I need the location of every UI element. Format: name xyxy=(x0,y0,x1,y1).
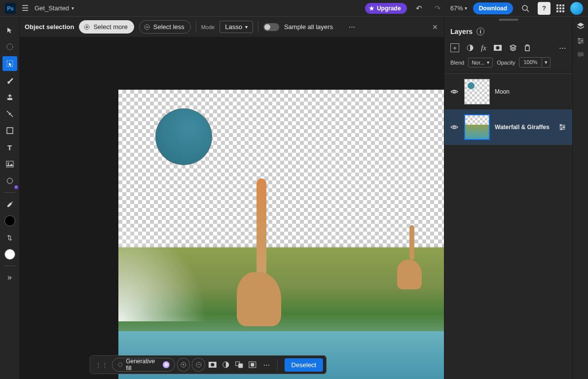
foreground-color[interactable] xyxy=(4,215,15,226)
blend-mode-select[interactable]: Nor... ▾ xyxy=(468,58,493,68)
panel-grip[interactable] xyxy=(499,19,518,21)
chevron-down-icon: ▾ xyxy=(487,60,489,65)
swap-colors[interactable]: ⇅ xyxy=(2,230,17,245)
add-layer-icon[interactable]: + xyxy=(450,43,459,52)
effects-icon[interactable]: fx xyxy=(481,44,486,52)
deselect-button[interactable]: Deselect xyxy=(285,358,324,372)
select-less-button[interactable]: Select less xyxy=(139,20,191,34)
svg-point-27 xyxy=(453,91,455,93)
visibility-toggle-icon[interactable] xyxy=(450,124,459,130)
place-image-tool[interactable] xyxy=(2,157,17,172)
clone-tool[interactable] xyxy=(2,90,17,104)
adjustment-icon[interactable] xyxy=(220,359,232,371)
opacity-dropdown-icon[interactable]: ▾ xyxy=(542,57,551,68)
mask-layer-icon[interactable] xyxy=(493,44,502,51)
mode-select[interactable]: Lasso ▾ xyxy=(220,21,253,33)
mask-icon[interactable] xyxy=(207,359,219,371)
more-actions-icon[interactable]: ⋯ xyxy=(260,358,273,372)
zoom-display[interactable]: 67% ▾ xyxy=(450,4,467,12)
app-logo[interactable]: Ps xyxy=(5,3,16,14)
info-icon[interactable]: i xyxy=(477,28,484,35)
layer-properties-icon[interactable] xyxy=(558,124,566,131)
upgrade-button[interactable]: ★ Upgrade xyxy=(365,3,407,14)
move-tool[interactable] xyxy=(2,23,17,37)
sample-all-layers-toggle[interactable] xyxy=(263,23,279,31)
menu-icon[interactable]: ☰ xyxy=(22,3,29,13)
more-options-icon[interactable]: ⋯ xyxy=(349,23,355,31)
invert-icon[interactable] xyxy=(233,359,245,371)
crop-tool[interactable]: + xyxy=(2,173,17,188)
select-less-label: Select less xyxy=(153,23,184,31)
layers-rail-icon[interactable] xyxy=(576,22,585,31)
layer-name: Waterfall & Giraffes xyxy=(495,124,553,131)
collapsed-panels-rail xyxy=(572,17,588,379)
select-more-button[interactable]: Select more xyxy=(79,20,134,34)
svg-text:−: − xyxy=(197,362,200,367)
layer-thumbnail[interactable] xyxy=(464,79,490,104)
close-options-icon[interactable]: ✕ xyxy=(432,23,438,31)
adjustment-layer-icon[interactable] xyxy=(466,44,474,52)
canvas-giraffe-large xyxy=(229,178,284,341)
svg-point-26 xyxy=(496,46,499,50)
object-selection-tool[interactable] xyxy=(2,56,17,71)
layers-panel-title: Layers xyxy=(450,28,473,35)
panel-menu-icon[interactable]: ⋯ xyxy=(559,43,566,52)
upgrade-label: Upgrade xyxy=(377,5,401,12)
search-icon[interactable] xyxy=(519,2,532,15)
options-bar: Object selection Select more Select less… xyxy=(20,17,444,37)
sparkle-icon xyxy=(163,361,169,368)
generative-fill-button[interactable]: Generative fill xyxy=(112,358,175,372)
help-button[interactable]: ? xyxy=(538,2,551,15)
svg-point-34 xyxy=(561,129,562,130)
eraser-tool[interactable] xyxy=(2,106,17,121)
svg-rect-4 xyxy=(7,128,13,134)
contract-selection-icon[interactable]: − xyxy=(192,358,205,372)
shape-tool[interactable] xyxy=(2,123,17,138)
tool-name-label: Object selection xyxy=(25,23,74,31)
background-color[interactable] xyxy=(4,249,15,260)
text-tool[interactable]: T xyxy=(2,140,17,155)
svg-point-6 xyxy=(7,163,9,164)
sample-all-layers-label: Sample all layers xyxy=(284,23,333,31)
generative-fill-label: Generative fill xyxy=(126,358,160,372)
comments-rail-icon[interactable] xyxy=(577,51,585,58)
layer-thumbnail[interactable] xyxy=(464,114,490,140)
apps-icon[interactable] xyxy=(556,4,564,12)
delete-layer-icon[interactable] xyxy=(524,44,531,52)
opacity-label: Opacity xyxy=(497,60,515,66)
svg-rect-21 xyxy=(239,364,243,368)
svg-point-12 xyxy=(118,363,122,367)
opacity-value[interactable]: 100% xyxy=(519,57,542,68)
zoom-value: 67% xyxy=(450,4,463,12)
undo-button[interactable]: ↶ xyxy=(413,2,426,15)
canvas-mist xyxy=(118,223,207,321)
layer-item-waterfall-giraffes[interactable]: Waterfall & Giraffes xyxy=(444,109,572,145)
canvas-moon-selection xyxy=(155,108,212,165)
svg-point-38 xyxy=(578,38,580,40)
svg-line-1 xyxy=(527,10,529,12)
visibility-toggle-icon[interactable] xyxy=(450,89,459,95)
eyedropper-tool[interactable] xyxy=(2,197,17,211)
chevron-down-icon: ▾ xyxy=(465,5,467,11)
more-tools[interactable]: » xyxy=(2,270,17,285)
marquee-tool[interactable] xyxy=(2,39,17,54)
layer-stack-icon[interactable] xyxy=(509,44,517,52)
svg-text:+: + xyxy=(182,362,184,367)
drag-handle-icon[interactable]: ⋮⋮ xyxy=(93,361,110,369)
transform-icon[interactable] xyxy=(247,359,258,371)
download-button[interactable]: Download xyxy=(473,2,513,14)
expand-selection-icon[interactable]: + xyxy=(177,358,190,372)
svg-point-28 xyxy=(453,126,455,128)
redo-button[interactable]: ↷ xyxy=(432,2,444,15)
svg-point-2 xyxy=(7,44,13,50)
svg-point-33 xyxy=(563,127,565,128)
layer-item-moon[interactable]: Moon xyxy=(444,74,572,109)
properties-rail-icon[interactable] xyxy=(577,37,585,44)
user-avatar[interactable] xyxy=(570,2,583,15)
document-canvas[interactable] xyxy=(118,90,444,379)
document-title[interactable]: Get_Started ▾ xyxy=(35,4,74,12)
canvas-area[interactable]: ⋮⋮ Generative fill + − ⋯ Deselect xyxy=(20,37,444,379)
blend-label: Blend xyxy=(450,60,464,66)
brush-tool[interactable] xyxy=(2,73,17,88)
svg-point-39 xyxy=(581,40,583,42)
